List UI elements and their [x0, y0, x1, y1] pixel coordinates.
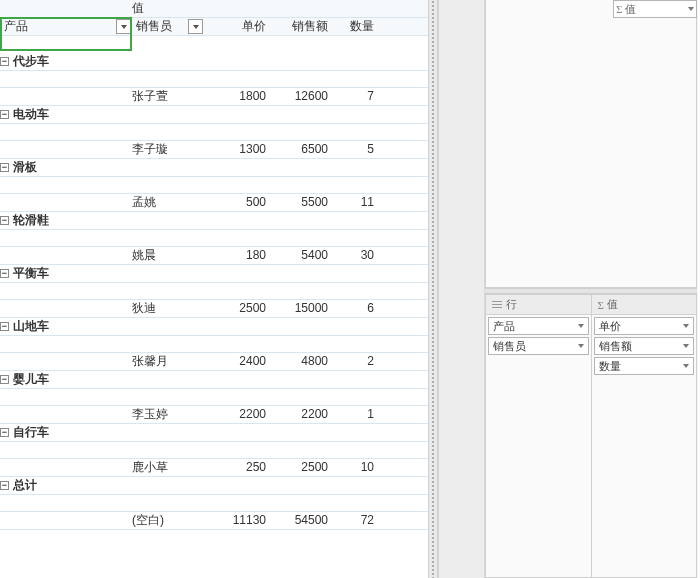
rows-icon: [492, 301, 502, 309]
collapse-icon[interactable]: −: [0, 216, 9, 225]
values-area[interactable]: Σ 值 单价 销售额 数量: [592, 294, 698, 578]
data-row[interactable]: 姚晨 180 5400 30: [0, 246, 428, 264]
collapse-icon[interactable]: −: [0, 57, 9, 66]
col-header-product[interactable]: 产品: [0, 18, 132, 36]
sigma-icon: Σ: [598, 299, 604, 311]
collapse-icon[interactable]: −: [0, 375, 9, 384]
grand-total-row[interactable]: (空白) 11130 54500 72: [0, 511, 428, 529]
sigma-values-pill[interactable]: Σ 值: [613, 0, 697, 18]
values-super-header: 值: [132, 0, 374, 18]
chevron-down-icon: [683, 364, 689, 368]
collapse-icon[interactable]: −: [0, 322, 9, 331]
values-area-header: Σ 值: [592, 295, 697, 315]
pivot-table: 值 产品 销售员 单价 销售额 数量 −代步车 张子萱: [0, 0, 428, 530]
data-row[interactable]: 张馨月 2400 4800 2: [0, 352, 428, 370]
sigma-icon: Σ: [616, 3, 622, 15]
value-field-amount[interactable]: 销售额: [594, 337, 695, 355]
panel-gutter: [439, 0, 485, 578]
col-header-qty: 数量: [328, 18, 374, 36]
col-header-amount: 销售额: [266, 18, 328, 36]
data-row[interactable]: 孟姚 500 5500 11: [0, 193, 428, 211]
columns-drop-zone[interactable]: [485, 0, 697, 288]
rows-area-header: 行: [486, 295, 591, 315]
chevron-down-icon: [688, 7, 694, 11]
data-row[interactable]: 张子萱 1800 12600 7: [0, 87, 428, 105]
rows-area[interactable]: 行 产品 销售员: [485, 294, 592, 578]
chevron-down-icon: [683, 324, 689, 328]
group-header-row[interactable]: −山地车: [0, 317, 428, 335]
pivot-table-area: 值 产品 销售员 单价 销售额 数量 −代步车 张子萱: [0, 0, 428, 578]
chevron-down-icon: [683, 344, 689, 348]
group-header-row[interactable]: −自行车: [0, 423, 428, 441]
group-header-row[interactable]: −轮滑鞋: [0, 211, 428, 229]
row-field-product[interactable]: 产品: [488, 317, 589, 335]
vertical-splitter[interactable]: [428, 0, 438, 578]
collapse-icon[interactable]: −: [0, 428, 9, 437]
group-header-row[interactable]: −总计: [0, 476, 428, 494]
chevron-down-icon: [578, 324, 584, 328]
collapse-icon[interactable]: −: [0, 110, 9, 119]
group-header-row[interactable]: −平衡车: [0, 264, 428, 282]
data-row[interactable]: 鹿小草 250 2500 10: [0, 458, 428, 476]
collapse-icon[interactable]: −: [0, 481, 9, 490]
group-header-row[interactable]: −电动车: [0, 105, 428, 123]
group-header-row[interactable]: −代步车: [0, 53, 428, 71]
group-header-row[interactable]: −婴儿车: [0, 370, 428, 388]
row-field-salesperson[interactable]: 销售员: [488, 337, 589, 355]
value-field-price[interactable]: 单价: [594, 317, 695, 335]
data-row[interactable]: 李子璇 1300 6500 5: [0, 140, 428, 158]
collapse-icon[interactable]: −: [0, 269, 9, 278]
col-header-salesperson[interactable]: 销售员: [132, 18, 204, 36]
data-row[interactable]: 李玉婷 2200 2200 1: [0, 405, 428, 423]
product-filter-dropdown[interactable]: [116, 19, 131, 34]
group-header-row[interactable]: −滑板: [0, 158, 428, 176]
data-row[interactable]: 狄迪 2500 15000 6: [0, 299, 428, 317]
col-header-price: 单价: [204, 18, 266, 36]
pivot-field-panel: Σ 值 行 产品 销售员 Σ 值: [438, 0, 698, 578]
value-field-qty[interactable]: 数量: [594, 357, 695, 375]
salesperson-filter-dropdown[interactable]: [188, 19, 203, 34]
collapse-icon[interactable]: −: [0, 163, 9, 172]
chevron-down-icon: [578, 344, 584, 348]
